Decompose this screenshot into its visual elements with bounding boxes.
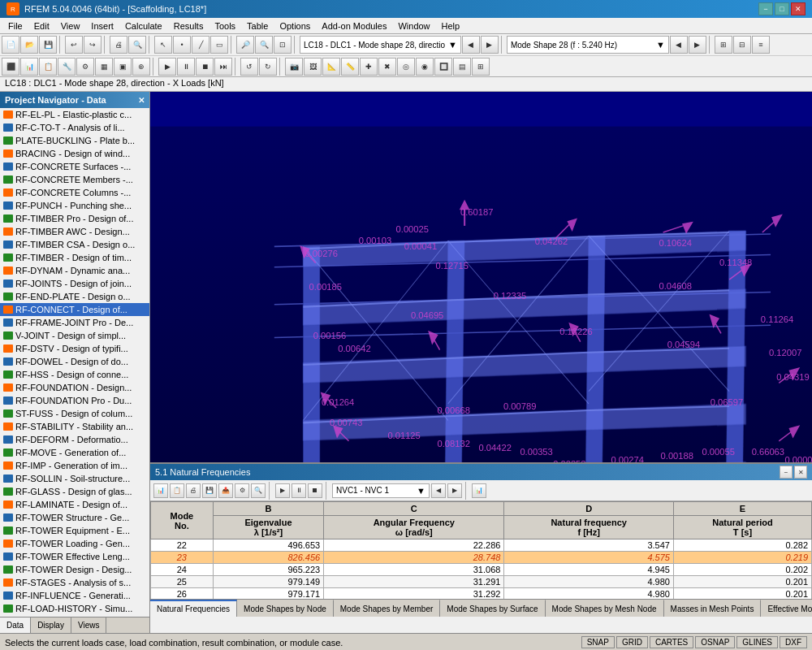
- menu-insert[interactable]: Insert: [86, 20, 119, 32]
- nav-item-25[interactable]: RF-DEFORM - Deformatio...: [0, 433, 149, 446]
- nav-item-4[interactable]: RF-CONCRETE Surfaces -...: [0, 160, 149, 173]
- nav-item-0[interactable]: RF-EL-PL - Elastic-plastic c...: [0, 108, 149, 121]
- maximize-button[interactable]: □: [775, 2, 789, 15]
- tb-zoom-in[interactable]: 🔎: [236, 36, 254, 54]
- menu-edit[interactable]: Edit: [29, 20, 54, 32]
- nav-item-32[interactable]: RF-TOWER Equipment - E...: [0, 524, 149, 537]
- nav-item-35[interactable]: RF-TOWER Design - Desig...: [0, 563, 149, 576]
- nav-item-19[interactable]: RF-DOWEL - Design of do...: [0, 355, 149, 368]
- nav-item-29[interactable]: RF-GLASS - Design of glas...: [0, 485, 149, 498]
- tb2-20[interactable]: ✖: [378, 58, 396, 76]
- tb-member[interactable]: ╱: [192, 36, 209, 54]
- tab-modal-mass[interactable]: Effective Modal Mass Factors: [761, 600, 812, 617]
- tb2-8[interactable]: ⊕: [132, 58, 150, 76]
- tb-redo[interactable]: ↪: [84, 36, 102, 54]
- nav-item-26[interactable]: RF-MOVE - Generation of...: [0, 446, 149, 459]
- rt-btn7[interactable]: 🔍: [251, 483, 266, 498]
- rt-btn9[interactable]: ⏸: [292, 483, 306, 498]
- tb2-16[interactable]: 🖼: [304, 58, 322, 76]
- mode-shape-dropdown[interactable]: LC18 - DLC1 - Mode shape 28, directio ▼: [300, 36, 461, 54]
- rt-btn8[interactable]: ▶: [275, 483, 290, 498]
- menu-help[interactable]: Help: [437, 20, 465, 32]
- tb2-19[interactable]: ✚: [360, 58, 378, 76]
- nav-item-13[interactable]: RF-JOINTS - Design of join...: [0, 277, 149, 290]
- view-area[interactable]: 0.60187 0.04262 0.10624 0.12715 0.11348 …: [150, 92, 812, 633]
- rt-btn5[interactable]: 📤: [218, 483, 233, 498]
- tb-save[interactable]: 💾: [39, 36, 57, 54]
- nav-item-6[interactable]: RF-CONCRETE Columns -...: [0, 186, 149, 199]
- panel-tab-data[interactable]: Data: [0, 618, 31, 633]
- tab-mode-node[interactable]: Mode Shapes by Node: [237, 600, 334, 617]
- tb2-1[interactable]: ⬛: [2, 58, 19, 76]
- nav-item-21[interactable]: RF-FOUNDATION - Design...: [0, 381, 149, 394]
- nav-item-31[interactable]: RF-TOWER Structure - Ge...: [0, 511, 149, 524]
- tb-preview[interactable]: 🔍: [128, 36, 146, 54]
- rt-btn6[interactable]: ⚙: [235, 483, 249, 498]
- nav-item-16[interactable]: RF-FRAME-JOINT Pro - De...: [0, 316, 149, 329]
- menu-addon[interactable]: Add-on Modules: [317, 20, 391, 32]
- tb2-15[interactable]: 📷: [285, 58, 303, 76]
- tab-natural-freq[interactable]: Natural Frequencies: [150, 600, 237, 617]
- nav-item-14[interactable]: RF-END-PLATE - Design o...: [0, 290, 149, 303]
- menu-options[interactable]: Options: [274, 20, 315, 32]
- nav-item-12[interactable]: RF-DYNAM - Dynamic ana...: [0, 264, 149, 277]
- nav-item-11[interactable]: RF-TIMBER - Design of tim...: [0, 251, 149, 264]
- tab-mode-member[interactable]: Mode Shapes by Member: [334, 600, 441, 617]
- nav-item-17[interactable]: V-JOINT - Design of simpl...: [0, 329, 149, 342]
- tb2-5[interactable]: ⚙: [76, 58, 94, 76]
- tb2-7[interactable]: ▣: [114, 58, 132, 76]
- tb-select[interactable]: ↖: [154, 36, 172, 54]
- rt-btn3[interactable]: 🖨: [186, 483, 201, 498]
- mode-shape-num-dropdown[interactable]: Mode Shape 28 (f : 5.240 Hz) ▼: [507, 36, 669, 54]
- tb2-10[interactable]: ⏸: [177, 58, 195, 76]
- nav-item-30[interactable]: RF-LAMINATE - Design of...: [0, 498, 149, 511]
- results-table[interactable]: ModeNo. B C D E Eigenvalueλ [1/s²] Angul…: [150, 501, 812, 599]
- nav-item-1[interactable]: RF-C-TO-T - Analysis of li...: [0, 121, 149, 134]
- rt-next[interactable]: ▶: [447, 483, 462, 498]
- rt-btn4[interactable]: 💾: [202, 483, 217, 498]
- results-close-btn[interactable]: ✕: [794, 466, 807, 479]
- status-badge-osnap[interactable]: OSNAP: [695, 636, 735, 648]
- menu-results[interactable]: Results: [169, 20, 209, 32]
- tb2-24[interactable]: ▤: [453, 58, 471, 76]
- tb-prev-mode[interactable]: ◀: [462, 36, 480, 54]
- table-row[interactable]: 23826.45628.7484.5750.219: [151, 552, 812, 564]
- nav-item-15[interactable]: RF-CONNECT - Design of...: [0, 303, 149, 316]
- nav-item-36[interactable]: RF-STAGES - Analysis of s...: [0, 576, 149, 589]
- tab-mode-surface[interactable]: Mode Shapes by Surface: [440, 600, 545, 617]
- rt-btn10[interactable]: ⏹: [308, 483, 322, 498]
- nav-item-10[interactable]: RF-TIMBER CSA - Design o...: [0, 238, 149, 251]
- nav-item-8[interactable]: RF-TIMBER Pro - Design of...: [0, 212, 149, 225]
- tab-mode-mesh[interactable]: Mode Shapes by Mesh Node: [546, 600, 664, 617]
- menu-table[interactable]: Table: [242, 20, 273, 32]
- table-row[interactable]: 25979.14931.2914.9800.201: [151, 576, 812, 588]
- nav-item-22[interactable]: RF-FOUNDATION Pro - Du...: [0, 394, 149, 407]
- tb2-22[interactable]: ◉: [416, 58, 434, 76]
- tb2-25[interactable]: ⊞: [472, 58, 490, 76]
- panel-tab-display[interactable]: Display: [31, 618, 71, 633]
- status-badge-snap[interactable]: SNAP: [581, 636, 615, 648]
- tb2-12[interactable]: ⏭: [214, 58, 232, 76]
- nav-item-38[interactable]: RF-LOAD-HISTORY - Simu...: [0, 602, 149, 615]
- tb2-2[interactable]: 📊: [20, 58, 38, 76]
- nav-item-34[interactable]: RF-TOWER Effective Leng...: [0, 550, 149, 563]
- tb-node[interactable]: •: [173, 36, 191, 54]
- nav-item-27[interactable]: RF-IMP - Generation of im...: [0, 459, 149, 472]
- tb-surface[interactable]: ▭: [210, 36, 228, 54]
- menu-calculate[interactable]: Calculate: [120, 20, 167, 32]
- menu-file[interactable]: File: [3, 20, 28, 32]
- rt-prev[interactable]: ◀: [431, 483, 446, 498]
- tb-open[interactable]: 📂: [20, 36, 38, 54]
- tb2-23[interactable]: 🔲: [434, 58, 452, 76]
- menu-view[interactable]: View: [56, 20, 85, 32]
- rt-btn1[interactable]: 📊: [153, 483, 168, 498]
- tb-prev-shape[interactable]: ◀: [670, 36, 688, 54]
- nav-item-7[interactable]: RF-PUNCH - Punching she...: [0, 199, 149, 212]
- tb-fit[interactable]: ⊡: [274, 36, 292, 54]
- tb2-6[interactable]: ▦: [95, 58, 113, 76]
- nav-item-24[interactable]: RF-STABILITY - Stability an...: [0, 420, 149, 433]
- tab-masses[interactable]: Masses in Mesh Points: [664, 600, 762, 617]
- nav-item-28[interactable]: RF-SOLLIN - Soil-structure...: [0, 472, 149, 485]
- tb2-17[interactable]: 📐: [322, 58, 340, 76]
- tb2-21[interactable]: ◎: [397, 58, 415, 76]
